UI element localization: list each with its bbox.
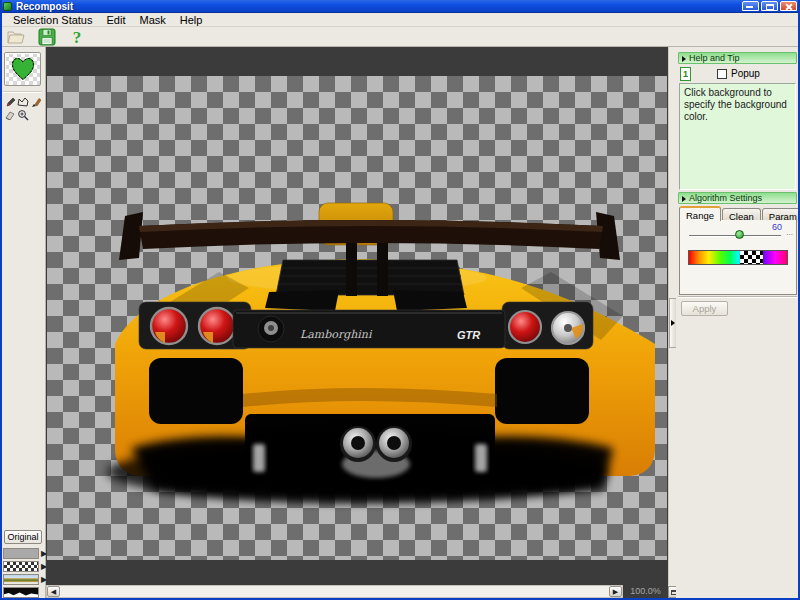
window-title: Recomposit xyxy=(16,1,742,12)
algorithm-tabbar: Range Clean Param xyxy=(679,206,797,221)
close-button[interactable] xyxy=(780,1,797,11)
background-thumb-solid[interactable] xyxy=(3,548,39,559)
open-folder-icon xyxy=(7,29,27,45)
mask-thumb-row xyxy=(3,587,39,598)
close-icon xyxy=(781,2,796,10)
mask-selection-tool[interactable] xyxy=(4,52,41,86)
open-button[interactable] xyxy=(6,28,28,46)
app-icon xyxy=(3,2,12,11)
background-thumb-checker[interactable] xyxy=(3,561,39,572)
magnifier-icon xyxy=(17,109,29,121)
scroll-right-icon[interactable]: ▶ xyxy=(609,586,622,597)
header-arrow-icon xyxy=(682,196,686,202)
color-range-bar[interactable] xyxy=(688,250,788,265)
range-tab-panel: 60 ... xyxy=(679,220,797,295)
tip-text-box: Click background to specify the backgrou… xyxy=(679,83,796,190)
car-brand-text: Lamborghini xyxy=(300,328,373,341)
panel-separator xyxy=(678,296,797,298)
svg-text:?: ? xyxy=(73,28,82,46)
horizontal-scrollbar[interactable]: ◀ ▶ xyxy=(46,585,623,598)
tool-grid xyxy=(4,96,44,121)
menu-mask[interactable]: Mask xyxy=(132,13,172,27)
collapse-arrow-icon xyxy=(671,320,675,326)
background-thumb-solid-row: ▶ xyxy=(3,548,47,559)
zoom-tool[interactable] xyxy=(17,109,29,121)
eraser-icon xyxy=(4,110,16,120)
titlebar: Recomposit xyxy=(0,0,800,13)
mask-blob-icon xyxy=(9,56,37,82)
range-slider-value: 60 xyxy=(772,222,782,232)
minimize-button[interactable] xyxy=(742,1,759,11)
tool-sidebar: Original ▶ ▶ ▶ xyxy=(0,47,46,600)
original-view-button[interactable]: Original xyxy=(4,530,42,544)
background-thumb-landscape[interactable] xyxy=(3,574,39,585)
menu-help[interactable]: Help xyxy=(173,13,210,27)
save-button[interactable] xyxy=(36,28,58,46)
menu-edit[interactable]: Edit xyxy=(100,13,133,27)
pen-icon xyxy=(5,97,16,108)
maximize-button[interactable] xyxy=(761,1,778,11)
help-and-tip-header[interactable]: Help and Tip xyxy=(678,52,797,64)
help-header-label: Help and Tip xyxy=(689,53,740,63)
menu-bar: Selection Status Edit Mask Help xyxy=(0,13,800,27)
car-image: Lamborghini GTR xyxy=(47,76,667,560)
mask-thumb[interactable] xyxy=(3,587,39,598)
save-floppy-icon xyxy=(38,28,56,46)
help-button[interactable]: ? xyxy=(66,28,88,46)
background-thumb-checker-row: ▶ xyxy=(3,561,47,572)
header-arrow-icon xyxy=(682,56,686,62)
range-slider-thumb[interactable] xyxy=(735,230,744,239)
popup-checkbox[interactable] xyxy=(717,69,727,79)
maximize-icon xyxy=(766,4,774,10)
algorithm-settings-header[interactable]: Algorithm Settings xyxy=(678,192,797,204)
mask-blob-shape xyxy=(4,591,38,597)
transparent-range-segment xyxy=(740,251,764,264)
step-page-icon: 1 xyxy=(680,67,691,81)
tab-range[interactable]: Range xyxy=(679,206,721,221)
scroll-left-icon[interactable]: ◀ xyxy=(47,586,60,597)
popup-label: Popup xyxy=(731,68,760,79)
panel-splitter xyxy=(668,47,676,585)
eraser-tool[interactable] xyxy=(4,109,16,121)
help-step-row: 1 Popup xyxy=(678,65,797,82)
menu-selection-status[interactable]: Selection Status xyxy=(6,13,100,27)
car-badge-text: GTR xyxy=(457,329,480,341)
polygon-lasso-icon xyxy=(17,97,29,108)
algorithm-header-label: Algorithm Settings xyxy=(689,193,762,203)
help-question-icon: ? xyxy=(69,28,85,46)
polygon-lasso-tool[interactable] xyxy=(17,96,29,108)
apply-button[interactable]: Apply xyxy=(681,301,728,316)
minimize-icon xyxy=(746,6,753,8)
right-panel: Help and Tip 1 Popup Click background to… xyxy=(676,47,800,600)
image-area[interactable]: Lamborghini GTR xyxy=(47,76,667,560)
brush-icon xyxy=(31,97,42,108)
pen-tool[interactable] xyxy=(4,96,16,108)
slider-more-button[interactable]: ... xyxy=(786,228,793,237)
canvas: Lamborghini GTR xyxy=(46,47,668,585)
zoom-level-readout: 100.0% xyxy=(623,585,668,598)
toolbar-separator xyxy=(3,91,42,93)
background-thumb-landscape-row: ▶ xyxy=(3,574,47,585)
brush-tool[interactable] xyxy=(30,96,42,108)
toolbar: ? xyxy=(0,27,800,47)
